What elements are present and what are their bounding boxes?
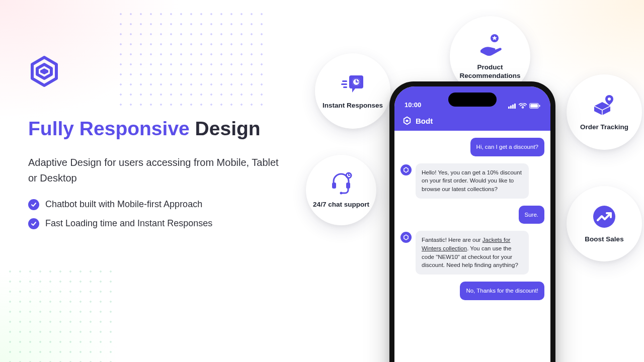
- status-time: 10:00: [405, 101, 421, 109]
- wifi-icon: [519, 103, 527, 109]
- svg-point-10: [608, 98, 611, 101]
- svg-rect-4: [341, 83, 347, 85]
- svg-rect-12: [332, 183, 336, 189]
- feature-order-tracking: Order Tracking: [567, 74, 642, 150]
- chat-message-user: Hi, can I get a discount?: [400, 138, 544, 156]
- page-subtitle: Adaptive Design for users accessing from…: [28, 155, 290, 186]
- dynamic-island: [448, 93, 497, 107]
- chat-bubble: No, Thanks for the discount!: [460, 282, 544, 300]
- chat-message-user: Sure.: [400, 206, 544, 224]
- check-icon: [28, 199, 39, 210]
- feature-label: Order Tracking: [577, 123, 631, 132]
- svg-rect-21: [530, 104, 538, 108]
- svg-marker-25: [404, 167, 408, 172]
- chat-bubble: Hi, can I get a discount?: [470, 138, 544, 156]
- battery-icon: [529, 103, 540, 109]
- bullet-text: Fast Loading time and Instant Responses: [45, 218, 212, 229]
- hand-star-icon: [477, 32, 503, 59]
- brand-logo: [28, 55, 290, 89]
- page-title: Fully Responsive Design: [28, 117, 290, 141]
- chat-text: Fantastic! Here are our: [422, 237, 482, 243]
- feature-label: Product Recommendations: [450, 63, 530, 80]
- feature-instant-responses: Instant Responses: [315, 53, 390, 129]
- headset-icon: [330, 171, 353, 197]
- feature-chat-support: 24/7 chat support: [306, 155, 376, 225]
- chat-message-bot: Hello! Yes, you can get a 10% discount o…: [400, 163, 544, 199]
- chat-bubble: Fantastic! Here are our Jackets for Wint…: [416, 231, 529, 275]
- hex-logo-icon: [28, 55, 60, 87]
- svg-rect-22: [539, 105, 540, 107]
- feature-label: 24/7 chat support: [310, 201, 372, 209]
- chat-message-bot: Fantastic! Here are our Jackets for Wint…: [400, 231, 544, 275]
- bot-avatar-icon: [400, 164, 412, 175]
- svg-point-11: [593, 206, 615, 228]
- svg-rect-18: [512, 105, 514, 109]
- bot-avatar-icon: [400, 232, 412, 243]
- svg-marker-24: [406, 120, 409, 122]
- app-header: Bodt: [394, 111, 550, 131]
- package-pin-icon: [592, 93, 616, 119]
- svg-rect-5: [343, 86, 347, 88]
- check-icon: [28, 218, 39, 229]
- trending-up-icon: [592, 204, 617, 231]
- svg-rect-16: [508, 107, 510, 109]
- svg-rect-13: [346, 183, 350, 189]
- decorative-dots: [5, 266, 116, 362]
- chat-message-user: No, Thanks for the discount!: [400, 282, 544, 300]
- svg-rect-3: [342, 80, 347, 82]
- app-title: Bodt: [416, 117, 433, 125]
- title-rest: Design: [190, 118, 261, 139]
- svg-marker-26: [404, 235, 408, 240]
- phone-mockup: 10:00 Bodt Hi, can I get a: [389, 81, 555, 362]
- app-logo-icon: [403, 116, 412, 125]
- signal-icon: [508, 103, 516, 109]
- clock-chat-icon: [341, 72, 364, 98]
- chat-thread: Hi, can I get a discount? Hello! Yes, yo…: [394, 131, 550, 362]
- svg-point-14: [340, 192, 343, 194]
- svg-marker-2: [40, 68, 48, 74]
- bullet-text: Chatbot built with Mobile-first Approach: [45, 199, 202, 210]
- feature-label: Boost Sales: [582, 235, 626, 244]
- chat-bubble: Hello! Yes, you can get a 10% discount o…: [416, 163, 529, 199]
- bullet-item: Chatbot built with Mobile-first Approach: [28, 199, 290, 210]
- svg-rect-17: [510, 106, 512, 109]
- title-accent: Fully Responsive: [28, 118, 190, 139]
- chat-bubble: Sure.: [519, 206, 545, 224]
- feature-boost-sales: Boost Sales: [567, 186, 642, 261]
- bullet-item: Fast Loading time and Instant Responses: [28, 218, 290, 229]
- feature-label: Instant Responses: [319, 102, 386, 110]
- svg-rect-19: [514, 104, 516, 109]
